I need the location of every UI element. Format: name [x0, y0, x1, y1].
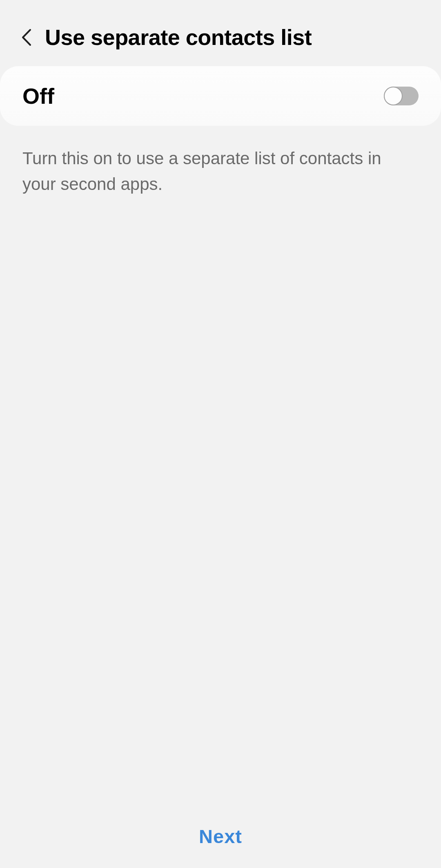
toggle-switch[interactable]: [384, 87, 419, 105]
toggle-thumb: [384, 87, 403, 105]
footer: Next: [0, 805, 441, 868]
description-text: Turn this on to use a separate list of c…: [0, 126, 441, 216]
toggle-state-label: Off: [22, 83, 54, 109]
header: Use separate contacts list: [0, 0, 441, 66]
toggle-card[interactable]: Off: [0, 66, 441, 126]
page-title: Use separate contacts list: [45, 25, 312, 50]
next-button[interactable]: Next: [199, 825, 242, 848]
back-icon[interactable]: [20, 28, 33, 47]
